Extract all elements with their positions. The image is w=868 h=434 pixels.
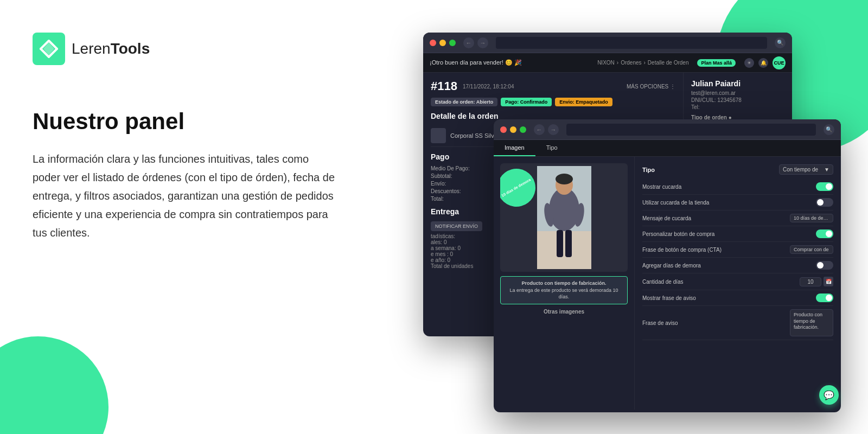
notify-shipping-button[interactable]: NOTIFICAR ENVÍO [431,221,482,231]
browser-forward-btn-2[interactable]: → [548,124,559,135]
browser-dot-red-1[interactable] [430,40,436,46]
customer-dni: DNI/CUIL: 12345678 [691,97,784,103]
badge-payment: Pago: Confirmado [501,98,552,106]
browser2-left: 10 días de demora [494,157,635,410]
bg-blob-bottom-left [0,336,108,434]
setting-personalizar-boton: Personalizar botón de compra [642,226,833,242]
order-options[interactable]: MÁS OPCIONES ⋮ [627,84,675,90]
status-badges: Estado de orden: Abierto Pago: Confirmad… [431,98,675,106]
panel-title: Nuestro panel [33,108,336,135]
input-mensaje-cucarda[interactable]: 10 días de demo [790,214,833,222]
setting-utilizar-cucarda: Utilizar cucarda de la tienda [642,195,833,210]
tipo-section-title: Tipo [642,167,655,173]
browser-chrome-1: ← → 🔍 [423,33,792,53]
browser-search-icon-1[interactable]: 🔍 [775,37,786,48]
browser-nav-2: ← → [534,124,559,135]
product-desc-box: Producto con tiempo de fabricación. La e… [500,276,628,304]
bell-icon[interactable]: 🔔 [758,58,768,68]
customer-email: test@leren.com.ar [691,90,784,96]
order-header: #118 17/11/2022, 18:12:04 MÁS OPCIONES ⋮ [431,79,675,93]
toggle-utilizar-cucarda[interactable] [816,198,833,207]
user-avatar[interactable]: CUE [773,56,786,69]
app-topnav-1: ¡Otro buen día para vender! 😊 🎉 NIXON › … [423,53,792,73]
toggle-mostrar-frase[interactable] [816,293,833,302]
person-silhouette [537,166,591,269]
browser-dot-green-2[interactable] [520,126,526,133]
topnav-breadcrumb: NIXON › Ordenes › Detalle de Orden [597,60,688,66]
logo-area: LerenTools [33,33,336,65]
browser-search-icon-2[interactable]: 🔍 [824,124,834,135]
input-cantidad-dias[interactable]: 10 [800,277,821,286]
browser2-content: 10 días de demora [494,157,841,410]
toggle-agregar-dias[interactable] [816,261,833,270]
browser-back-btn-2[interactable]: ← [534,124,545,135]
textarea-frase-aviso[interactable]: Producto con tiempo de fabricación. [790,309,833,336]
badge-state: Estado de orden: Abierto [431,98,497,106]
left-panel: LerenTools Nuestro panel La información … [33,33,336,242]
badge-shipping: Envio: Empaquetado [555,98,612,106]
browser-dot-yellow-1[interactable] [439,40,446,46]
chat-bubble[interactable]: 💬 [819,385,839,405]
product-desc-body: La entrega de este producto se verá demo… [509,288,618,300]
svg-rect-6 [557,230,563,257]
input-frase-boton[interactable]: Comprar con de [790,245,833,254]
right-panel: ← → 🔍 ¡Otro buen día para vender! 😊 🎉 NI… [423,22,846,412]
tab-tipo[interactable]: Tipo [535,140,569,156]
browser-chrome-2: ← → 🔍 [494,119,841,140]
order-date: 17/11/2022, 18:12:04 [463,84,514,90]
lerentools-logo-icon [33,33,65,65]
svg-point-5 [556,174,573,184]
browser-back-btn-1[interactable]: ← [463,37,474,48]
browser-nav-1: ← → [463,37,488,48]
browser-forward-btn-1[interactable]: → [477,37,488,48]
setting-frase-boton: Frase de botón de compra (CTA) Comprar c… [642,242,833,258]
demo-ribbon-text: 10 días de demora [501,177,532,198]
svg-rect-7 [565,230,572,257]
browser-url-bar-1[interactable] [496,37,767,49]
other-images-label: Otras imagenes [500,309,628,315]
browser-dot-green-1[interactable] [449,40,456,46]
product-image-area: 10 días de demora [500,163,628,272]
customer-tel: Tel: [691,104,784,110]
setting-cantidad-dias: Cantidad de días 10 📅 [642,273,833,290]
topnav-greeting: ¡Otro buen día para vender! 😊 🎉 [430,59,522,66]
browser2-right: Tipo Con tiempo de ▼ Mostrar cucarda Uti… [635,157,841,410]
sun-icon[interactable]: ☀ [744,58,754,68]
browser-dot-yellow-2[interactable] [510,126,516,133]
setting-agregar-dias: Agregar días de demora [642,258,833,273]
setting-mensaje-cucarda: Mensaje de cucarda 10 días de demo [642,210,833,226]
tipo-select[interactable]: Con tiempo de ▼ [779,164,833,175]
tipo-header-row: Tipo Con tiempo de ▼ [642,162,833,179]
setting-mostrar-cucarda: Mostrar cucarda [642,179,833,195]
browser2-tabs: Imagen Tipo [494,140,841,157]
customer-name: Julian Paiardi [691,79,784,88]
product-desc-title: Producto con tiempo de fabricación. [521,280,606,286]
setting-frase-aviso: Frase de aviso Producto con tiempo de fa… [642,306,833,340]
tab-imagen[interactable]: Imagen [494,140,535,156]
calendar-icon[interactable]: 📅 [824,277,833,286]
browser-window-2: ← → 🔍 Imagen Tipo 10 días de demora [494,119,841,412]
browser-dot-red-2[interactable] [500,126,507,133]
svg-rect-2 [537,231,591,269]
product-thumb [431,128,446,143]
toggle-mostrar-cucarda[interactable] [816,182,833,191]
order-number: #118 [431,79,457,93]
topnav-icons: ☀ 🔔 CUE [744,56,786,69]
panel-description: La información clara y las funciones int… [33,150,336,242]
toggle-personalizar-boton[interactable] [816,229,833,238]
logo-text: LerenTools [72,40,150,58]
plan-badge: Plan Mas allá [697,59,736,67]
browser-url-bar-2[interactable] [566,124,816,136]
setting-mostrar-frase: Mostrar frase de aviso [642,290,833,306]
